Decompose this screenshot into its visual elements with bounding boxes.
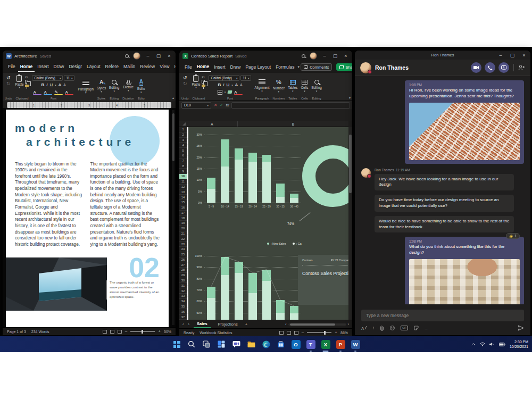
sheet-tab-projections[interactable]: Projections [215, 321, 241, 328]
task-view-icon[interactable] [200, 338, 213, 351]
row-header-28[interactable]: 28 [179, 268, 187, 273]
word-tab-insert[interactable]: Insert [35, 62, 51, 72]
minimize-button[interactable]: – [145, 53, 151, 59]
word-font-color-button[interactable]: A [65, 90, 73, 95]
page-layout-icon[interactable] [287, 331, 291, 335]
row-header-7[interactable]: 7 [179, 159, 187, 164]
sticker-icon[interactable] [414, 326, 419, 330]
excel-italic-button[interactable]: I [223, 82, 224, 87]
row-header-24[interactable]: 24 [179, 247, 187, 252]
close-button[interactable]: × [343, 53, 349, 59]
word-shrink-font-button[interactable]: A [63, 82, 65, 87]
column-header-b[interactable]: B [238, 121, 348, 127]
word-font-name-select[interactable]: Calibri (Body)▾ [32, 75, 63, 81]
row-header-23[interactable]: 23 [179, 242, 187, 247]
attach-icon[interactable] [380, 326, 384, 331]
contact-avatar[interactable] [361, 168, 371, 178]
workbook-statistics[interactable]: Workbook Statistics [200, 331, 232, 335]
excel-share-button[interactable]: Share▾ [336, 63, 352, 71]
zoom-out-button[interactable]: – [125, 330, 127, 333]
battery-icon[interactable] [499, 343, 505, 346]
row-header-27[interactable]: 27 [179, 262, 187, 268]
web-layout-icon[interactable] [118, 330, 122, 334]
row-header-21[interactable]: 21 [179, 231, 187, 237]
row-header-33[interactable]: 33 [179, 294, 187, 299]
send-button[interactable] [518, 325, 524, 331]
wifi-icon[interactable] [480, 342, 485, 346]
excel-font-name-select[interactable]: Calibri (Body)▾ [209, 75, 239, 81]
audio-call-button[interactable] [485, 62, 495, 73]
row-header-31[interactable]: 31 [179, 283, 187, 288]
word-tab-mailin[interactable]: Mailin [121, 62, 137, 72]
row-header-34[interactable]: 34 [179, 299, 187, 304]
row-header-9[interactable]: 9 [179, 169, 187, 174]
excel-tab-draw[interactable]: Draw [228, 63, 243, 71]
excel-comments-button[interactable]: Comments [301, 63, 332, 71]
zoom-slider-thumb[interactable] [142, 330, 143, 334]
minimize-button[interactable]: – [497, 52, 504, 59]
word-bold-button[interactable]: B [41, 82, 44, 87]
word-dictate-button[interactable]: Dictate▾ [123, 75, 134, 96]
row-header-32[interactable]: 32 [179, 288, 187, 294]
word-page[interactable]: modern architecture This style began to … [6, 110, 169, 327]
formula-cancel-icon[interactable]: ✕ [214, 103, 217, 107]
excel-shrink-font-button[interactable]: A [240, 82, 242, 87]
row-header-10[interactable]: 10 [179, 174, 187, 179]
hscroll-right[interactable]: › [348, 322, 350, 327]
file-explorer-icon[interactable] [245, 338, 257, 351]
search-icon[interactable] [125, 54, 129, 58]
collapse-ribbon-icon[interactable]: ▾ [349, 96, 351, 99]
excel-undo-button[interactable]: ↺ [183, 75, 187, 80]
row-header-13[interactable]: 13 [179, 189, 187, 195]
word-format-painter-button[interactable] [25, 85, 29, 87]
row-header-16[interactable]: 16 [179, 205, 187, 211]
formula-input[interactable] [231, 102, 350, 109]
taskbar-clock[interactable]: 2:30 PM 10/20/2021 [510, 339, 528, 349]
word-edito-button[interactable]: AEdito▾ [137, 75, 145, 96]
excel-tab-insert[interactable]: Insert [212, 63, 227, 71]
word-underline-button[interactable]: U [50, 82, 53, 87]
emoji-icon[interactable] [390, 326, 395, 330]
row-header-3[interactable]: 3 [179, 138, 187, 143]
excel-font-color-button[interactable]: A [234, 90, 243, 95]
thumbs-up-reaction[interactable]: 1 [506, 233, 520, 239]
word-undo-button[interactable]: ↺ [6, 75, 11, 80]
word-tab-home[interactable]: Home [18, 62, 35, 72]
row-header-15[interactable]: 15 [179, 200, 187, 205]
word-editing-button[interactable]: Editing▾ [109, 75, 119, 96]
excel-tables-button[interactable]: Tables▾ [288, 75, 297, 96]
page-break-icon[interactable] [294, 331, 298, 335]
contact-avatar[interactable] [360, 62, 371, 73]
excel-tab-file[interactable]: File [182, 63, 194, 71]
excel-number-button[interactable]: %Number▾ [273, 75, 285, 96]
row-header-30[interactable]: 30 [179, 278, 187, 284]
teams-icon[interactable]: T [304, 338, 317, 351]
row-header-29[interactable]: 29 [179, 273, 187, 278]
outlook-icon[interactable]: O [289, 338, 302, 351]
word-zoom-level[interactable]: 50% [164, 330, 171, 334]
excel-icon[interactable]: X [319, 338, 332, 351]
row-header-2[interactable]: 2 [179, 132, 187, 138]
excel-alignment-button[interactable]: Alignment▾ [254, 75, 269, 96]
excel-tab-page-layout[interactable]: Page Layout [243, 63, 273, 71]
architecture-model-image[interactable] [409, 259, 520, 304]
excel-tab-home[interactable]: Home [195, 62, 212, 72]
excel-horizontal-scrollbar[interactable]: ‹ › [285, 322, 349, 327]
word-scrollbar-thumb[interactable] [172, 113, 174, 161]
row-header-1[interactable]: 1 [179, 127, 187, 132]
excel-redo-button[interactable]: ↻ [183, 81, 187, 86]
tray-chevron-icon[interactable] [471, 343, 476, 346]
row-header-36[interactable]: 36 [179, 309, 187, 314]
sales-chart-object[interactable]: 30%25%20%15%10%5%0%5 - 910 - 1415 - 1920… [188, 127, 352, 328]
more-options-icon[interactable]: … [425, 326, 429, 330]
sheet-nav-left[interactable]: ‹ [182, 322, 184, 327]
store-icon[interactable] [275, 338, 287, 351]
search-icon[interactable] [185, 338, 198, 351]
excel-zoom-level[interactable]: 86% [340, 331, 348, 335]
row-header-8[interactable]: 8 [179, 163, 187, 169]
word-scrollbar[interactable] [172, 110, 174, 325]
word-icon[interactable]: W [349, 338, 362, 351]
row-header-25[interactable]: 25 [179, 252, 187, 257]
row-header-22[interactable]: 22 [179, 236, 187, 242]
row-header-14[interactable]: 14 [179, 195, 187, 200]
